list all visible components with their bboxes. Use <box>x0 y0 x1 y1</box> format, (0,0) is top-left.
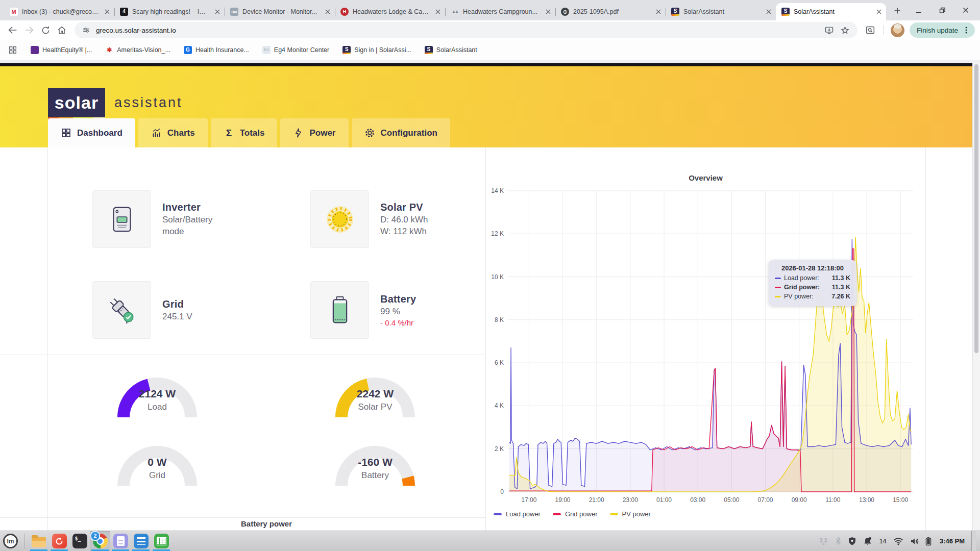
browser-tab[interactable]: SSolarAssistant <box>776 3 886 20</box>
shield-icon[interactable] <box>848 537 856 546</box>
device-monitor-favicon: DM <box>230 8 238 16</box>
tab-label: Configuration <box>381 128 437 138</box>
bookmark-item[interactable]: SSign in | SolarAssi... <box>342 46 411 54</box>
restore-icon[interactable] <box>938 6 946 14</box>
tab-title: Inbox (3) - chuck@grecof... <box>22 8 99 15</box>
volume-icon[interactable] <box>910 537 919 545</box>
apps-grid-icon[interactable] <box>8 45 17 55</box>
bookmark-label: Sign in | SolarAssi... <box>354 46 411 54</box>
clock[interactable]: 3:46 PM <box>940 537 965 545</box>
browser-tab[interactable]: SSolarAssistant <box>666 3 776 20</box>
folder-icon <box>32 537 46 547</box>
tab-charts[interactable]: Charts <box>138 118 208 147</box>
taskbar-texteditor-button[interactable] <box>110 531 131 551</box>
browser-tab[interactable]: DMDevice Monitor - Monitor... <box>225 3 335 20</box>
legend-item[interactable]: Grid power <box>553 510 598 518</box>
svg-text:15:00: 15:00 <box>893 496 908 504</box>
svg-text:4 K: 4 K <box>495 402 504 409</box>
bookmark-item[interactable]: GHealth Insurance... <box>184 46 249 54</box>
taskbar-writer-button[interactable] <box>131 531 151 551</box>
install-app-icon[interactable] <box>824 25 835 36</box>
tab-close-button[interactable] <box>433 8 442 16</box>
menu-dots-icon[interactable] <box>963 26 970 34</box>
tooltip-row-pv: PV power:7.26 K <box>775 293 850 300</box>
notification-bell-icon[interactable] <box>863 537 872 546</box>
mint-menu-button[interactable]: lm <box>3 534 18 548</box>
tab-power[interactable]: Power <box>280 118 348 147</box>
back-button[interactable] <box>5 22 20 38</box>
plus-icon <box>893 7 901 15</box>
taskbar-calc-button[interactable] <box>151 531 172 551</box>
site-settings-icon[interactable] <box>82 26 91 35</box>
new-tab-button[interactable] <box>890 4 904 18</box>
legend-dash-icon <box>553 513 561 515</box>
svg-text:13:00: 13:00 <box>859 496 874 504</box>
tab-close-button[interactable] <box>874 8 883 16</box>
battery-status-icon[interactable] <box>925 537 932 546</box>
legend-label: Grid power <box>565 510 598 518</box>
legend-item[interactable]: PV power <box>610 510 651 518</box>
card-title: Battery <box>380 293 416 305</box>
taskbar: lm $_ 2 14 3:46 PM <box>0 531 980 551</box>
finish-update-button[interactable]: Finish update <box>910 22 975 38</box>
svg-text:14 K: 14 K <box>491 187 504 194</box>
notification-count[interactable]: 14 <box>879 537 886 545</box>
app-nav: Dashboard Charts Σ Totals Power Configur… <box>48 118 450 147</box>
browser-tab[interactable]: 4Scary high readings! – Inv... <box>114 3 225 20</box>
minimize-icon[interactable] <box>915 6 923 14</box>
taskbar-chrome-button[interactable]: 2 <box>90 531 110 551</box>
tab-configuration[interactable]: Configuration <box>352 118 450 147</box>
browser-tab[interactable]: MInbox (3) - chuck@grecof... <box>4 3 114 20</box>
svg-text:19:00: 19:00 <box>555 496 571 504</box>
tab-close-button[interactable] <box>764 8 773 16</box>
tab-totals[interactable]: Σ Totals <box>211 118 278 147</box>
chart-plot[interactable]: 02 K4 K6 K8 K10 K12 K14 K17:0019:0021:00… <box>487 186 921 507</box>
taskbar-terminal-button[interactable]: $_ <box>69 531 90 551</box>
tab-title: Headwaters Campgroun... <box>463 8 540 15</box>
scrollbar-thumb[interactable] <box>974 64 978 353</box>
home-button[interactable] <box>54 22 69 38</box>
bookmark-item[interactable]: HealthEquity® |... <box>31 46 92 54</box>
preview-search-button[interactable] <box>863 22 878 38</box>
tab-close-button[interactable] <box>323 8 332 16</box>
tab-title: Device Monitor - Monitor... <box>242 8 319 15</box>
load-dash-icon <box>775 278 781 279</box>
reload-button[interactable] <box>38 22 53 38</box>
taskbar-files-button[interactable] <box>29 531 49 551</box>
tab-close-button[interactable] <box>103 8 111 16</box>
browser-tab[interactable]: ⊕2025-1095A.pdf <box>555 3 666 20</box>
forward-button[interactable] <box>21 22 37 38</box>
wifi-icon[interactable] <box>893 537 903 545</box>
profile-avatar[interactable] <box>891 23 904 37</box>
close-window-icon[interactable] <box>962 6 970 14</box>
inverter-icon <box>92 190 151 248</box>
gauge-label: Grid <box>109 470 206 481</box>
svg-text:0: 0 <box>500 488 504 495</box>
taskbar-browser-button[interactable] <box>49 531 69 551</box>
bluetooth-icon[interactable] <box>835 537 841 545</box>
legend-item[interactable]: Load power <box>494 510 541 518</box>
svg-text:10 K: 10 K <box>491 273 504 281</box>
tab-close-button[interactable] <box>544 8 552 16</box>
card-line: mode <box>162 227 212 237</box>
pv-dash-icon <box>775 296 781 297</box>
bookmark-item[interactable]: SSolarAssistant <box>425 46 477 54</box>
dropbox-icon[interactable] <box>819 537 828 545</box>
browser-tab[interactable]: HHeadwaters Lodge & Cab... <box>335 3 445 20</box>
eg4-favicon: E4 <box>262 46 271 54</box>
battery-rate-alert: - 0.4 %/hr <box>380 318 416 327</box>
card-title: Solar PV <box>380 202 428 213</box>
address-bar[interactable]: greco.us.solar-assistant.io <box>75 22 857 38</box>
bookmark-star-icon[interactable] <box>840 25 850 36</box>
tab-dashboard[interactable]: Dashboard <box>48 118 135 147</box>
tab-title: 2025-1095A.pdf <box>573 8 650 15</box>
app-logo: solar <box>48 88 105 117</box>
browser-tab[interactable]: ▲▲Headwaters Campgroun... <box>445 3 555 20</box>
tab-close-button[interactable] <box>213 8 222 16</box>
bookmark-item[interactable]: ✱Ameritas-Vision_... <box>105 46 170 54</box>
show-desktop-button[interactable] <box>971 531 976 551</box>
bookmark-label: Ameritas-Vision_... <box>117 46 170 54</box>
page-scrollbar[interactable] <box>972 63 980 531</box>
bookmark-item[interactable]: E4Eg4 Monitor Center <box>262 46 329 54</box>
tab-close-button[interactable] <box>654 8 663 16</box>
